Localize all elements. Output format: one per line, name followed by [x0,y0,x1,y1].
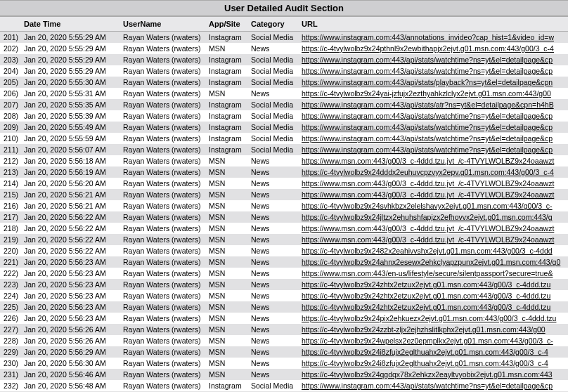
cell-url[interactable]: https://c-4tvylwolbz9x24dddx2euhuvcpzvyx… [299,166,568,178]
cell-url[interactable]: https://c-4tvylwolbz9x24qgdqx78x2ehkzx2e… [299,369,568,380]
table-row[interactable]: 216)Jan 20, 2020 5:56:21 AMRayan Waters … [0,200,568,211]
cell-url[interactable]: https://www.instagram.com:443/api/stats/… [299,144,568,155]
cell-category: News [248,335,299,346]
cell-url[interactable]: https://c-4tvylwolbz9x24zhtx2etzux2ejvt.… [299,290,568,301]
cell-url[interactable]: https://c-4tvylwolbz9x24yai-jzfujx2ezthy… [299,88,568,99]
cell-url[interactable]: https://www.msn.com:443/g00/3_c-4ddd.tzu… [299,155,568,166]
table-row[interactable]: 213)Jan 20, 2020 5:56:19 AMRayan Waters … [0,166,568,178]
cell-url[interactable]: https://c-4tvylwolbz9x24zzbt-zljx2ejhzhs… [299,324,568,335]
table-row[interactable]: 202)Jan 20, 2020 5:55:29 AMRayan Waters … [0,43,568,54]
table-row[interactable]: 224)Jan 20, 2020 5:56:23 AMRayan Waters … [0,290,568,301]
cell-appsite: Instagram [206,65,248,77]
table-header-row: Date Time UserName App/Site Category URL [0,17,568,32]
cell-appsite: Instagram [206,144,248,155]
cell-url[interactable]: https://c-4tvylwolbz9x24pthnl9x2ewbithap… [299,43,568,54]
cell-username: Rayan Waters (rwaters) [120,380,206,391]
table-row[interactable]: 229)Jan 20, 2020 5:56:29 AMRayan Waters … [0,346,568,358]
table-row[interactable]: 225)Jan 20, 2020 5:56:23 AMRayan Waters … [0,301,568,313]
col-category[interactable]: Category [248,17,299,32]
cell-url[interactable]: https://www.instagram.com:443/api/stats/… [299,54,568,65]
table-row[interactable]: 201)Jan 20, 2020 5:55:29 AMRayan Waters … [0,32,568,44]
table-row[interactable]: 207)Jan 20, 2020 5:55:35 AMRayan Waters … [0,99,568,110]
cell-datetime: Jan 20, 2020 5:56:22 AM [21,234,120,245]
cell-datetime: Jan 20, 2020 5:56:48 AM [21,380,120,391]
cell-url[interactable]: https://www.msn.com:443/g00/3_c-4ddd.tzu… [299,189,568,200]
table-row[interactable]: 221)Jan 20, 2020 5:56:23 AMRayan Waters … [0,256,568,268]
cell-url[interactable]: https://www.instagram.com:443/api/stats/… [299,380,568,391]
cell-appsite: MSN [206,290,248,301]
col-url[interactable]: URL [299,17,568,32]
table-row[interactable]: 219)Jan 20, 2020 5:56:22 AMRayan Waters … [0,234,568,245]
col-index[interactable] [0,17,21,32]
row-index: 211) [0,144,21,155]
cell-url[interactable]: https://www.instagram.com:443/api/stats/… [299,99,568,110]
cell-appsite: Instagram [206,110,248,122]
cell-url[interactable]: https://c-4tvylwolbz9x24i8zfujx2eglthuah… [299,358,568,369]
table-row[interactable]: 218)Jan 20, 2020 5:56:22 AMRayan Waters … [0,223,568,234]
row-index: 203) [0,54,21,65]
cell-url[interactable]: https://www.instagram.com:443/annotation… [299,32,568,44]
table-row[interactable]: 226)Jan 20, 2020 5:56:23 AMRayan Waters … [0,313,568,324]
cell-url[interactable]: https://www.msn.com:443/g00/3_c-4ddd.tzu… [299,234,568,245]
cell-datetime: Jan 20, 2020 5:56:18 AM [21,155,120,166]
cell-username: Rayan Waters (rwaters) [120,234,206,245]
table-row[interactable]: 211)Jan 20, 2020 5:56:07 AMRayan Waters … [0,144,568,155]
table-row[interactable]: 204)Jan 20, 2020 5:55:29 AMRayan Waters … [0,65,568,77]
cell-appsite: Instagram [206,133,248,144]
cell-appsite: Instagram [206,380,248,391]
table-row[interactable]: 220)Jan 20, 2020 5:56:22 AMRayan Waters … [0,245,568,256]
table-row[interactable]: 232)Jan 20, 2020 5:56:48 AMRayan Waters … [0,380,568,391]
table-row[interactable]: 210)Jan 20, 2020 5:55:59 AMRayan Waters … [0,133,568,144]
table-row[interactable]: 209)Jan 20, 2020 5:55:49 AMRayan Waters … [0,122,568,133]
cell-url[interactable]: https://c-4tvylwolbz9x24wpelsx2ez0epmplk… [299,335,568,346]
table-row[interactable]: 217)Jan 20, 2020 5:56:22 AMRayan Waters … [0,211,568,223]
cell-url[interactable]: https://www.msn.com:443/g00/3_c-4ddd.tzu… [299,178,568,189]
table-row[interactable]: 227)Jan 20, 2020 5:56:26 AMRayan Waters … [0,324,568,335]
cell-url[interactable]: https://c-4tvylwolbz9x24zhtx2etzux2ejvt.… [299,279,568,290]
cell-datetime: Jan 20, 2020 5:56:07 AM [21,144,120,155]
col-username[interactable]: UserName [120,17,206,32]
cell-url[interactable]: https://www.instagram.com:443/api/stats/… [299,77,568,88]
cell-username: Rayan Waters (rwaters) [120,32,206,44]
row-index: 232) [0,380,21,391]
cell-url[interactable]: https://c-4tvylwolbz9x24zhtx2etzux2ejvt.… [299,301,568,313]
table-row[interactable]: 231)Jan 20, 2020 5:56:46 AMRayan Waters … [0,369,568,380]
col-appsite[interactable]: App/Site [206,17,248,32]
col-datetime[interactable]: Date Time [21,17,120,32]
cell-url[interactable]: https://www.msn.com:443/en-us/lifestyle/… [299,268,568,279]
cell-url[interactable]: https://c-4tvylwolbz9x24svhkbzx2elelshav… [299,200,568,211]
cell-url[interactable]: https://c-4tvylwolbz9x24pix2ehkuezx2ejvt… [299,313,568,324]
row-index: 208) [0,110,21,122]
row-index: 229) [0,346,21,358]
section-title: User Detailed Audit Section [0,0,568,16]
table-row[interactable]: 222)Jan 20, 2020 5:56:23 AMRayan Waters … [0,268,568,279]
cell-category: Social Media [248,32,299,44]
cell-url[interactable]: https://www.instagram.com:443/api/stats/… [299,133,568,144]
table-row[interactable]: 212)Jan 20, 2020 5:56:18 AMRayan Waters … [0,155,568,166]
table-row[interactable]: 208)Jan 20, 2020 5:55:39 AMRayan Waters … [0,110,568,122]
cell-url[interactable]: https://www.msn.com:443/g00/3_c-4ddd.tzu… [299,223,568,234]
cell-url[interactable]: https://c-4tvylwolbz9x2482x2eahivvshx2ej… [299,245,568,256]
table-row[interactable]: 205)Jan 20, 2020 5:55:30 AMRayan Waters … [0,77,568,88]
table-row[interactable]: 214)Jan 20, 2020 5:56:20 AMRayan Waters … [0,178,568,189]
cell-appsite: Instagram [206,77,248,88]
cell-url[interactable]: https://www.instagram.com:443/api/stats/… [299,122,568,133]
cell-url[interactable]: https://c-4tvylwolbz9x24i8zfujx2eglthuah… [299,346,568,358]
cell-username: Rayan Waters (rwaters) [120,155,206,166]
table-row[interactable]: 223)Jan 20, 2020 5:56:23 AMRayan Waters … [0,279,568,290]
table-row[interactable]: 206)Jan 20, 2020 5:55:31 AMRayan Waters … [0,88,568,99]
cell-url[interactable]: https://www.instagram.com:443/api/stats/… [299,65,568,77]
cell-appsite: MSN [206,268,248,279]
cell-url[interactable]: https://c-4tvylwolbz9x24jltzx2ehuhshfapj… [299,211,568,223]
cell-username: Rayan Waters (rwaters) [120,54,206,65]
cell-category: News [248,324,299,335]
cell-url[interactable]: https://www.instagram.com:443/api/stats/… [299,110,568,122]
table-row[interactable]: 230)Jan 20, 2020 5:56:30 AMRayan Waters … [0,358,568,369]
table-row[interactable]: 228)Jan 20, 2020 5:56:26 AMRayan Waters … [0,335,568,346]
cell-url[interactable]: https://c-4tvylwolbz9x24ahnx2esewx2ehkcl… [299,256,568,268]
table-row[interactable]: 215)Jan 20, 2020 5:56:21 AMRayan Waters … [0,189,568,200]
cell-username: Rayan Waters (rwaters) [120,268,206,279]
table-row[interactable]: 203)Jan 20, 2020 5:55:29 AMRayan Waters … [0,54,568,65]
cell-appsite: MSN [206,313,248,324]
cell-datetime: Jan 20, 2020 5:55:29 AM [21,65,120,77]
